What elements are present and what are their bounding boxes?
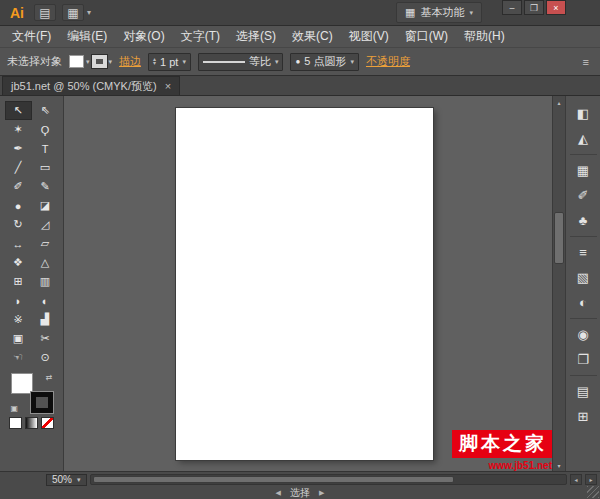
tab-close-icon[interactable]: × bbox=[165, 80, 171, 92]
width-profile-select[interactable]: 等比 ▾ bbox=[198, 53, 284, 71]
eraser-tool[interactable]: ◪ bbox=[32, 196, 59, 215]
bridge-icon[interactable]: ▤ bbox=[34, 4, 56, 21]
layers-panel-icon[interactable]: ▤ bbox=[570, 379, 597, 404]
paintbrush-tool[interactable]: ✐ bbox=[5, 177, 32, 196]
direct-selection-tool[interactable]: ⇖ bbox=[32, 101, 59, 120]
vertical-scrollbar[interactable]: ▴ ▾ bbox=[552, 96, 565, 471]
scale-tool[interactable]: ◿ bbox=[32, 215, 59, 234]
gradient-button[interactable] bbox=[25, 417, 38, 429]
menu-select[interactable]: 选择(S) bbox=[228, 26, 284, 47]
brush-definition-select[interactable]: ● 5 点圆形 ▾ bbox=[290, 53, 359, 71]
color-panel-icon[interactable]: ◧ bbox=[570, 101, 597, 126]
gradient-panel-icon[interactable]: ▧ bbox=[570, 265, 597, 290]
arrange-documents-icon[interactable]: ▦ bbox=[62, 4, 84, 21]
artboard[interactable] bbox=[176, 108, 433, 460]
resize-grip[interactable] bbox=[587, 486, 599, 498]
chevron-down-icon[interactable]: ▾ bbox=[350, 58, 354, 65]
artboards-panel-icon[interactable]: ⊞ bbox=[570, 404, 597, 429]
width-tool[interactable]: ↔ bbox=[5, 234, 32, 253]
width-profile-value: 等比 bbox=[249, 54, 271, 69]
pen-tool[interactable]: ✒ bbox=[5, 139, 32, 158]
tools-grid: ↖⇖✶Ϙ✒T╱▭✐✎●◪↻◿↔▱❖△⊞▥◗◐※▟▣✂☜⊙ bbox=[0, 101, 63, 367]
chevron-down-icon[interactable]: ▾ bbox=[87, 8, 91, 17]
lasso-tool[interactable]: Ϙ bbox=[32, 120, 59, 139]
none-button[interactable] bbox=[41, 417, 54, 429]
restore-button[interactable]: ❐ bbox=[524, 0, 544, 15]
graphic-styles-panel-icon[interactable]: ❐ bbox=[570, 347, 597, 372]
zoom-level-select[interactable]: 50% ▾ bbox=[46, 474, 87, 486]
artboard-tool[interactable]: ▣ bbox=[5, 329, 32, 348]
swatches-panel-icon[interactable]: ▦ bbox=[570, 158, 597, 183]
menu-help[interactable]: 帮助(H) bbox=[456, 26, 513, 47]
scroll-up-icon[interactable]: ▴ bbox=[553, 96, 565, 108]
chevron-down-icon[interactable]: ▾ bbox=[182, 58, 186, 65]
document-tab[interactable]: jb51.net @ 50% (CMYK/预览) × bbox=[2, 76, 180, 95]
prev-artboard-icon[interactable]: ◀ bbox=[276, 489, 281, 497]
default-fill-stroke-icon[interactable]: ▣ bbox=[11, 404, 19, 413]
panel-group-divider bbox=[570, 375, 597, 376]
stepper-down-icon[interactable]: ▾ bbox=[153, 62, 156, 65]
type-tool[interactable]: T bbox=[32, 139, 59, 158]
menu-view[interactable]: 视图(V) bbox=[341, 26, 397, 47]
transparency-panel-icon[interactable]: ◐ bbox=[570, 290, 597, 315]
eyedropper-tool[interactable]: ◗ bbox=[5, 291, 32, 310]
menu-object[interactable]: 对象(O) bbox=[115, 26, 172, 47]
pencil-tool[interactable]: ✎ bbox=[32, 177, 59, 196]
hand-tool[interactable]: ☜ bbox=[5, 348, 32, 367]
fill-color-box[interactable] bbox=[11, 373, 33, 394]
panel-menu-icon[interactable]: ≡ bbox=[580, 56, 593, 68]
perspective-grid-tool[interactable]: △ bbox=[32, 253, 59, 272]
column-graph-tool[interactable]: ▟ bbox=[32, 310, 59, 329]
free-transform-tool[interactable]: ▱ bbox=[32, 234, 59, 253]
next-artboard-icon[interactable]: ▶ bbox=[319, 489, 324, 497]
scroll-left-icon[interactable]: ◂ bbox=[570, 474, 582, 485]
zoom-tool[interactable]: ⊙ bbox=[32, 348, 59, 367]
fill-stroke-indicator[interactable]: ⇄ ▣ bbox=[11, 373, 53, 413]
fill-color-swatch[interactable] bbox=[69, 55, 84, 68]
menu-edit[interactable]: 编辑(E) bbox=[59, 26, 115, 47]
gradient-tool[interactable]: ▥ bbox=[32, 272, 59, 291]
scroll-right-icon[interactable]: ▸ bbox=[585, 474, 597, 485]
selection-tool[interactable]: ↖ bbox=[5, 101, 32, 120]
brushes-panel-icon[interactable]: ✐ bbox=[570, 183, 597, 208]
shape-builder-tool[interactable]: ❖ bbox=[5, 253, 32, 272]
stroke-color-swatch[interactable] bbox=[92, 55, 107, 68]
chevron-down-icon[interactable]: ▾ bbox=[86, 58, 90, 65]
color-guide-panel-icon[interactable]: ◭ bbox=[570, 126, 597, 151]
status-group: ◀ 选择 ▶ bbox=[276, 486, 325, 499]
menubar: 文件(F)编辑(E)对象(O)文字(T)选择(S)效果(C)视图(V)窗口(W)… bbox=[0, 26, 600, 48]
scroll-down-icon[interactable]: ▾ bbox=[553, 459, 565, 471]
stroke-panel-link[interactable]: 描边 bbox=[119, 54, 141, 69]
minimize-button[interactable]: – bbox=[502, 0, 522, 15]
blend-tool[interactable]: ◐ bbox=[32, 291, 59, 310]
mesh-tool[interactable]: ⊞ bbox=[5, 272, 32, 291]
magic-wand-tool[interactable]: ✶ bbox=[5, 120, 32, 139]
symbols-panel-icon[interactable]: ♣ bbox=[570, 208, 597, 233]
stroke-weight-field[interactable]: ▴ ▾ 1 pt ▾ bbox=[148, 53, 191, 71]
rotate-tool[interactable]: ↻ bbox=[5, 215, 32, 234]
rectangle-tool[interactable]: ▭ bbox=[32, 158, 59, 177]
canvas[interactable]: 脚本之家 www.jb51.net ▴ ▾ bbox=[64, 96, 565, 471]
menu-file[interactable]: 文件(F) bbox=[4, 26, 59, 47]
color-button[interactable] bbox=[9, 417, 22, 429]
workspace-switcher-button[interactable]: ▦ 基本功能 ▾ bbox=[396, 2, 482, 23]
swap-fill-stroke-icon[interactable]: ⇄ bbox=[46, 373, 53, 382]
blob-brush-tool[interactable]: ● bbox=[5, 196, 32, 215]
symbol-sprayer-tool[interactable]: ※ bbox=[5, 310, 32, 329]
opacity-panel-link[interactable]: 不透明度 bbox=[366, 54, 410, 69]
chevron-down-icon[interactable]: ▾ bbox=[275, 58, 279, 65]
line-segment-tool[interactable]: ╱ bbox=[5, 158, 32, 177]
horizontal-scrollbar-thumb[interactable] bbox=[93, 476, 454, 483]
stroke-panel-icon[interactable]: ≡ bbox=[570, 240, 597, 265]
appearance-panel-icon[interactable]: ◉ bbox=[570, 322, 597, 347]
stepper-arrows[interactable]: ▴ ▾ bbox=[153, 58, 156, 65]
stroke-color-box[interactable] bbox=[31, 392, 53, 413]
menu-window[interactable]: 窗口(W) bbox=[397, 26, 456, 47]
close-button[interactable]: × bbox=[546, 0, 566, 15]
menu-effect[interactable]: 效果(C) bbox=[284, 26, 341, 47]
horizontal-scrollbar[interactable] bbox=[90, 474, 567, 485]
vertical-scrollbar-thumb[interactable] bbox=[554, 212, 564, 264]
menu-type[interactable]: 文字(T) bbox=[173, 26, 228, 47]
slice-tool[interactable]: ✂ bbox=[32, 329, 59, 348]
chevron-down-icon[interactable]: ▾ bbox=[109, 58, 113, 65]
